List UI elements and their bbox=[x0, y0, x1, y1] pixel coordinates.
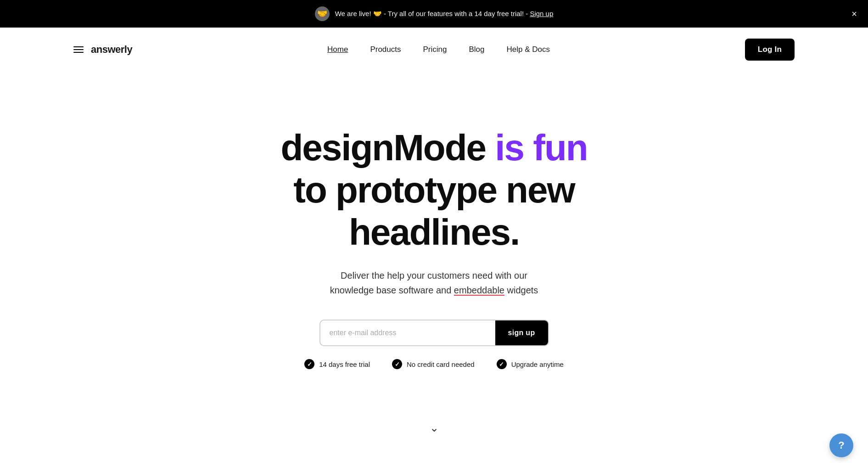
navbar-center: Home Products Pricing Blog Help & Docs bbox=[327, 45, 550, 54]
navbar-right: Log In bbox=[745, 39, 795, 61]
check-icon-no-card bbox=[392, 359, 402, 369]
subheadline-part2: knowledge base software and bbox=[330, 285, 452, 295]
headline-purple: is fun bbox=[495, 127, 587, 168]
nav-help[interactable]: Help & Docs bbox=[506, 45, 549, 54]
badge-trial-text: 14 days free trial bbox=[319, 360, 370, 368]
banner-signup-link[interactable]: Sign up bbox=[530, 10, 553, 17]
login-button[interactable]: Log In bbox=[745, 39, 795, 61]
check-icon-trial bbox=[304, 359, 314, 369]
badge-trial: 14 days free trial bbox=[304, 359, 370, 369]
trust-badges: 14 days free trial No credit card needed… bbox=[304, 359, 564, 369]
check-icon-upgrade bbox=[497, 359, 507, 369]
announcement-banner: 🤝 We are live! 🤝 - Try all of our featur… bbox=[0, 0, 868, 28]
logo: answerly bbox=[91, 44, 132, 56]
nav-home[interactable]: Home bbox=[327, 45, 348, 54]
navbar: answerly Home Products Pricing Blog Help… bbox=[0, 28, 868, 72]
navbar-left: answerly bbox=[73, 44, 132, 56]
hamburger-icon[interactable] bbox=[73, 46, 84, 53]
subheadline-part3: widgets bbox=[507, 285, 538, 295]
headline-black2: to prototype new headlines. bbox=[293, 169, 574, 253]
announcement-text: We are live! 🤝 - Try all of our features… bbox=[335, 10, 554, 18]
banner-prefix-text: We are live! 🤝 - Try all of our features… bbox=[335, 10, 528, 17]
close-button[interactable]: × bbox=[851, 9, 857, 18]
subheadline-part1: Deliver the help your customers need wit… bbox=[341, 270, 527, 281]
nav-blog[interactable]: Blog bbox=[469, 45, 484, 54]
hero-subheadline: Deliver the help your customers need wit… bbox=[330, 268, 538, 298]
badge-upgrade-text: Upgrade anytime bbox=[511, 360, 564, 368]
embeddable-link[interactable]: embeddable bbox=[454, 285, 504, 295]
hero-wrapper: designMode is fun to prototype new headl… bbox=[0, 72, 868, 448]
scroll-indicator[interactable]: ⌄ bbox=[430, 421, 439, 434]
signup-form: sign up bbox=[319, 320, 549, 346]
nav-products[interactable]: Products bbox=[370, 45, 401, 54]
help-button[interactable]: ? bbox=[829, 433, 853, 457]
email-input[interactable] bbox=[320, 320, 495, 345]
hero-section: designMode is fun to prototype new headl… bbox=[218, 72, 650, 406]
nav-pricing[interactable]: Pricing bbox=[423, 45, 447, 54]
signup-button[interactable]: sign up bbox=[495, 320, 548, 345]
avatar: 🤝 bbox=[315, 6, 330, 21]
headline-black1: designMode bbox=[280, 127, 486, 168]
hero-headline: designMode is fun to prototype new headl… bbox=[228, 127, 641, 253]
badge-no-card: No credit card needed bbox=[392, 359, 475, 369]
badge-no-card-text: No credit card needed bbox=[407, 360, 475, 368]
badge-upgrade: Upgrade anytime bbox=[497, 359, 564, 369]
